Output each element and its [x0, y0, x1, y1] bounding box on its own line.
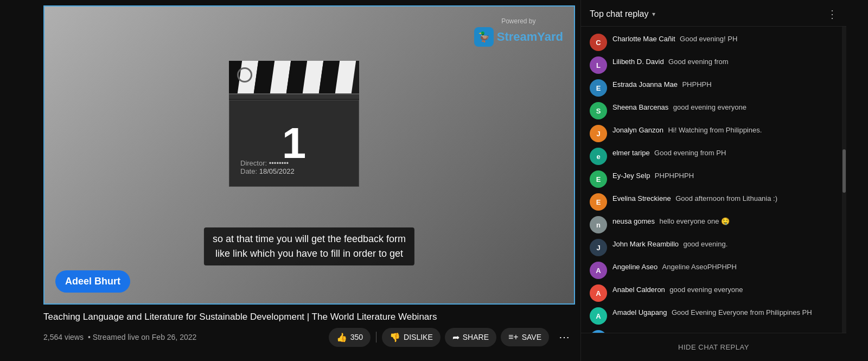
more-icon: ⋯	[559, 331, 570, 343]
chat-message-content: neusa gomes hello everyone one 🤤	[612, 216, 838, 226]
clapper-body: 1 Director: •••••••• Date: 18/05/2022	[229, 100, 359, 187]
chat-message: R Relvie Jane Buna Relvie Jane D. Buna B…	[581, 327, 846, 333]
avatar: A	[590, 284, 607, 302]
avatar: C	[590, 34, 607, 51]
chat-username: neusa gomes	[612, 217, 655, 225]
dislike-button[interactable]: 👎 DISLIKE	[382, 328, 441, 347]
avatar: L	[590, 56, 607, 74]
chat-chevron-icon: ▾	[652, 10, 655, 18]
chat-message-content: Evelina Streckiene Good afternoon from L…	[612, 193, 838, 203]
chat-username: Angeline Aseo	[612, 263, 658, 271]
dislike-label: DISLIKE	[404, 333, 433, 341]
avatar: R	[590, 330, 607, 333]
avatar: E	[590, 170, 607, 188]
speaker-badge: Adeel Bhurt	[55, 270, 130, 293]
avatar: E	[590, 79, 607, 97]
dislike-icon: 👎	[390, 332, 400, 343]
chat-message-content: Amadel Ugapang Good Evening Everyone fro…	[612, 307, 838, 317]
chat-text: Good evening! PH	[680, 35, 737, 43]
chat-username: John Mark Reambillo	[612, 240, 679, 248]
chat-username: Amadel Ugapang	[612, 308, 667, 316]
avatar: A	[590, 307, 607, 325]
save-label: SAVE	[522, 333, 541, 341]
subtitle-line2: like link which you have to fill in orde…	[215, 248, 403, 259]
chat-username: Charlotte Mae Cañit	[612, 35, 675, 43]
chat-text: PHPHPH	[682, 80, 711, 88]
chat-messages[interactable]: C Charlotte Mae Cañit Good evening! PH L…	[581, 27, 846, 333]
chat-username: Estrada Joanna Mae	[612, 80, 678, 88]
chat-text: good evening everyone	[673, 103, 746, 111]
chat-username: Ey-Jey Selp	[612, 172, 650, 180]
chat-header-title[interactable]: Top chat replay ▾	[590, 9, 655, 19]
chat-text: PHPHPHPH	[655, 172, 694, 180]
clapper-number: 1	[282, 122, 307, 165]
chat-message-content: Jonalyn Ganzon Hi! Watching from Philipp…	[612, 125, 838, 135]
avatar: J	[590, 125, 607, 142]
chat-message-content: elmer taripe Good evening from PH	[612, 148, 838, 157]
chat-username: Sheena Barcenas	[612, 103, 668, 111]
chat-title-text: Top chat replay	[590, 9, 649, 19]
chat-message: e elmer taripe Good evening from PH	[581, 145, 846, 168]
chat-more-icon: ⋮	[827, 8, 838, 20]
chat-text: Good Evening Everyone from Philippines P…	[672, 308, 812, 316]
chat-username: elmer taripe	[612, 149, 650, 157]
chat-text: Good evening from	[668, 58, 729, 66]
share-button[interactable]: ➦ SHARE	[445, 328, 496, 347]
share-label: SHARE	[463, 333, 489, 341]
chat-message: J Jonalyn Ganzon Hi! Watching from Phili…	[581, 122, 846, 145]
like-button[interactable]: 👍 350	[329, 328, 371, 347]
speaker-name: Adeel Bhurt	[65, 276, 120, 287]
clapperboard: 1 Director: •••••••• Date: 18/05/2022	[229, 61, 359, 187]
chat-section: Top chat replay ▾ ⋮ C Charlotte Mae Cañi…	[580, 0, 846, 361]
chat-message: n neusa gomes hello everyone one 🤤	[581, 213, 846, 236]
chat-more-button[interactable]: ⋮	[827, 8, 838, 21]
avatar: E	[590, 193, 607, 211]
clapper-info: Director: •••••••• Date: 18/05/2022	[240, 159, 295, 175]
chat-message-content: Angeline Aseo Angeline AseoРНРНРН	[612, 262, 838, 271]
subtitle-line1: so at that time you will get the feedbac…	[213, 233, 406, 244]
like-divider	[376, 332, 376, 343]
subtitle-text: so at that time you will get the feedbac…	[213, 232, 406, 261]
chat-message-content: Ey-Jey Selp PHPHPHPH	[612, 170, 838, 180]
chat-text: Angeline AseoРНРНРН	[662, 263, 737, 271]
video-meta: 2,564 views • Streamed live on Feb 26, 2…	[43, 327, 575, 347]
chat-messages-wrapper: C Charlotte Mae Cañit Good evening! PH L…	[581, 27, 846, 333]
avatar: J	[590, 239, 607, 256]
hide-chat-button[interactable]: HIDE CHAT REPLAY	[590, 340, 838, 354]
chat-message: E Evelina Streckiene Good afternoon from…	[581, 191, 846, 213]
avatar: e	[590, 148, 607, 165]
chat-scrollbar-thumb	[843, 149, 846, 193]
director-value: ••••••••	[269, 159, 289, 167]
chat-text: good evening everyone	[669, 286, 743, 294]
avatar: A	[590, 262, 607, 279]
chat-text: Good afternoon from Lithuania :)	[675, 194, 777, 202]
chat-scrollbar	[842, 27, 846, 333]
chat-message: A Anabel Calderon good evening everyone	[581, 282, 846, 305]
chat-message: J John Mark Reambillo good evening.	[581, 236, 846, 259]
chat-text: Good evening from PH	[654, 149, 726, 157]
clapper-hinge	[229, 93, 359, 100]
save-button[interactable]: ≡+ SAVE	[501, 328, 549, 346]
chat-message: L Lilibeth D. David Good evening from	[581, 54, 846, 77]
chat-message: S Sheena Barcenas good evening everyone	[581, 99, 846, 122]
chat-text: Hi! Watching from Philippines.	[668, 126, 762, 134]
more-options-button[interactable]: ⋯	[553, 327, 575, 347]
chat-footer: HIDE CHAT REPLAY	[581, 333, 846, 361]
powered-by-label: Powered by	[474, 17, 563, 25]
record-indicator	[237, 67, 252, 83]
dot-separator: •	[88, 333, 91, 341]
director-label: Director:	[240, 159, 267, 167]
video-info: Teaching Language and Literature for Sus…	[43, 305, 575, 347]
chat-message-content: Anabel Calderon good evening everyone	[612, 284, 838, 294]
chat-message-content: Lilibeth D. David Good evening from	[612, 56, 838, 66]
streamyard-watermark: Powered by 🦆 StreamYard	[474, 17, 563, 47]
date-label: Date:	[240, 167, 257, 175]
chat-message-content: Charlotte Mae Cañit Good evening! PH	[612, 34, 838, 43]
streamyard-name: StreamYard	[497, 30, 563, 44]
chat-message: E Ey-Jey Selp PHPHPHPH	[581, 168, 846, 191]
video-player[interactable]: 1 Director: •••••••• Date: 18/05/2022 Po…	[43, 5, 575, 305]
chat-message: C Charlotte Mae Cañit Good evening! PH	[581, 31, 846, 54]
share-icon: ➦	[452, 332, 459, 343]
chat-text: Relvie Jane D. Buna BA-ELS-4	[672, 331, 770, 333]
chat-message-content: Sheena Barcenas good evening everyone	[612, 102, 838, 112]
